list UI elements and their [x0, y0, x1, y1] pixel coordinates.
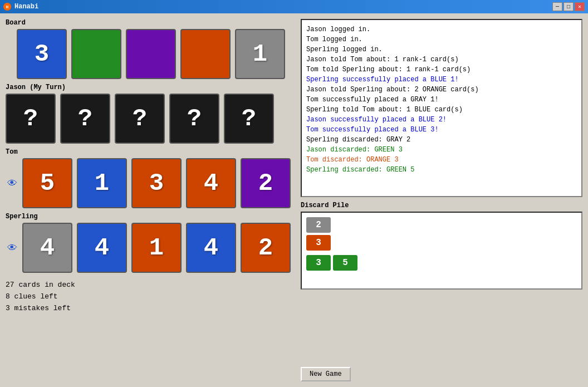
tom-section: Tom 👁 5 1 3 4 2: [6, 148, 295, 208]
sperling-card-3[interactable]: 1: [131, 223, 182, 273]
jason-row: ? ? ? ? ?: [6, 94, 295, 144]
tom-cards: 5 1 3 4 2: [22, 158, 291, 208]
board-section: Board 3 1: [6, 19, 295, 79]
discard-green-5: 5: [333, 255, 357, 271]
discard-row-2: 3: [306, 235, 577, 251]
tom-card-2[interactable]: 1: [77, 158, 127, 208]
tom-card-1[interactable]: 5: [22, 158, 72, 208]
new-game-container: New Game: [301, 364, 582, 381]
log-line-13: Jason discarded: GREEN 3: [306, 145, 577, 155]
discard-pile: 2 3 3 5: [301, 212, 582, 290]
sperling-cards: 4 4 1 4 2: [22, 223, 291, 273]
discard-orange-3: 3: [306, 235, 331, 251]
jason-card-1[interactable]: ?: [6, 94, 56, 144]
discard-gray-2: 2: [306, 217, 331, 233]
jason-card-5[interactable]: ?: [224, 94, 274, 144]
log-line-1: Jason logged in.: [306, 25, 577, 35]
close-button[interactable]: ✕: [575, 2, 585, 11]
tom-card-5[interactable]: 2: [241, 158, 291, 208]
log-line-6: Sperling successfully placed a BLUE 1!: [306, 75, 577, 85]
log-line-3: Sperling logged in.: [306, 45, 577, 55]
sperling-card-1[interactable]: 4: [22, 223, 72, 273]
sperling-row: 👁 4 4 1 4 2: [6, 223, 295, 273]
log-line-10: Jason successfully placed a BLUE 2!: [306, 115, 577, 125]
sperling-card-2[interactable]: 4: [77, 223, 127, 273]
jason-section: Jason (My Turn) ? ? ? ? ?: [6, 84, 295, 144]
discard-row-1: 2: [306, 217, 577, 233]
jason-label: Jason (My Turn): [6, 84, 295, 91]
sperling-card-5[interactable]: 2: [241, 223, 291, 273]
window-controls: ─ □ ✕: [552, 2, 585, 11]
board-card-blue: 3: [17, 29, 67, 79]
log-line-8: Tom successfully placed a GRAY 1!: [306, 95, 577, 105]
log-line-4: Jason told Tom about: 1 rank-1 card(s): [306, 55, 577, 65]
log-line-2: Tom logged in.: [306, 35, 577, 45]
board-card-orange: [180, 29, 231, 79]
jason-card-3[interactable]: ?: [115, 94, 165, 144]
sperling-label: Sperling: [6, 213, 295, 221]
mistakes-count: 3 mistakes left: [6, 303, 295, 315]
discard-section: Discard Pile 2 3 3 5: [301, 202, 582, 359]
discard-row-4: 3 5: [306, 255, 577, 271]
tom-row: 👁 5 1 3 4 2: [6, 158, 295, 208]
stats-area: 27 cards in deck 8 clues left 3 mistakes…: [6, 280, 295, 314]
app-title: Hanabi: [14, 3, 38, 11]
log-line-12: Sperling discarded: GRAY 2: [306, 135, 577, 145]
title-bar: H Hanabi ─ □ ✕: [0, 0, 588, 13]
log-line-7: Jason told Sperling about: 2 ORANGE card…: [306, 85, 577, 95]
jason-card-4[interactable]: ?: [169, 94, 219, 144]
jason-card-2[interactable]: ?: [60, 94, 110, 144]
board-label: Board: [6, 19, 295, 27]
discard-label: Discard Pile: [301, 202, 582, 209]
right-panel: Jason logged in. Tom logged in. Sperling…: [301, 19, 582, 381]
jason-cards: ? ? ? ? ?: [6, 94, 274, 144]
discard-green-3: 3: [306, 255, 331, 271]
board-card-gray: 1: [235, 29, 285, 79]
log-line-14: Tom discarded: ORANGE 3: [306, 155, 577, 165]
tom-label: Tom: [6, 148, 295, 156]
log-line-11: Tom successfully placed a BLUE 3!: [306, 125, 577, 135]
log-line-9: Sperling told Tom about: 1 BLUE card(s): [306, 105, 577, 115]
minimize-button[interactable]: ─: [552, 2, 562, 11]
board-cards: 3 1: [17, 29, 295, 79]
maximize-button[interactable]: □: [564, 2, 574, 11]
sperling-eye-icon[interactable]: 👁: [6, 242, 19, 254]
sperling-card-4[interactable]: 4: [186, 223, 236, 273]
tom-eye-icon[interactable]: 👁: [6, 178, 19, 189]
left-panel: Board 3 1 Jason (My Turn) ? ? ? ? ?: [6, 19, 295, 381]
log-line-5: Tom told Sperling about: 1 rank-1 card(s…: [306, 65, 577, 75]
app-icon: H: [3, 3, 11, 11]
board-card-purple: [126, 29, 176, 79]
deck-count: 27 cards in deck: [6, 280, 295, 291]
tom-card-3[interactable]: 3: [131, 158, 182, 208]
game-log[interactable]: Jason logged in. Tom logged in. Sperling…: [301, 19, 582, 197]
tom-card-4[interactable]: 4: [186, 158, 236, 208]
sperling-section: Sperling 👁 4 4 1 4 2: [6, 213, 295, 273]
log-line-15: Sperling discarded: GREEN 5: [306, 165, 577, 175]
new-game-button[interactable]: New Game: [301, 367, 351, 381]
clues-count: 8 clues left: [6, 291, 295, 303]
board-card-green: [71, 29, 121, 79]
